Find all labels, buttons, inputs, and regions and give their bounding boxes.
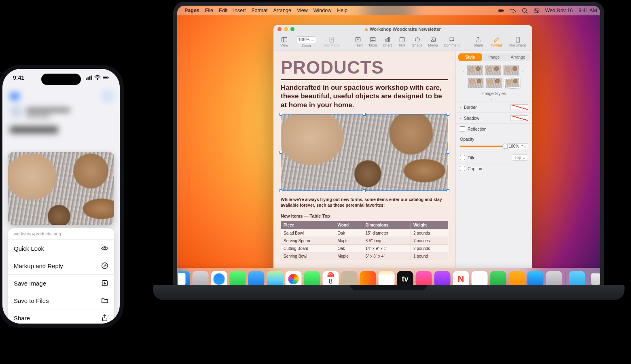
title-position-select[interactable]: Top ⌄ xyxy=(512,154,528,161)
toolbar-zoom-select[interactable]: 109% ⌄Zoom xyxy=(294,36,319,49)
menu-item-markup-reply[interactable]: Markup and Reply xyxy=(8,257,114,274)
markup-icon xyxy=(101,262,108,269)
image-style-thumb[interactable] xyxy=(467,65,483,76)
menu-view[interactable]: View xyxy=(297,8,308,13)
menu-help[interactable]: Help xyxy=(337,8,347,13)
window-zoom-button[interactable] xyxy=(290,27,294,31)
slider-knob[interactable] xyxy=(502,144,508,149)
resize-handle[interactable] xyxy=(363,113,366,116)
toolbar-add-page-button[interactable]: Add Page xyxy=(321,36,342,48)
menu-window[interactable]: Window xyxy=(313,8,331,13)
image-preview[interactable] xyxy=(8,152,114,225)
disclosure-icon[interactable]: ▸ xyxy=(460,116,462,120)
caption-checkbox[interactable] xyxy=(460,166,465,171)
resize-handle[interactable] xyxy=(447,189,449,192)
svg-rect-36 xyxy=(108,77,109,78)
menu-item-save-image[interactable]: Save Image xyxy=(8,274,114,292)
image-style-thumb[interactable] xyxy=(504,77,520,89)
toolbar-insert-button[interactable]: Insert xyxy=(351,36,365,48)
iphone-frame: 9:41 workshop-prod xyxy=(0,65,124,328)
dynamic-island xyxy=(41,74,81,85)
resize-handle[interactable] xyxy=(280,113,282,116)
opacity-label: Opacity xyxy=(460,137,528,142)
image-content-bowls xyxy=(281,114,448,190)
toolbar-comment-button[interactable]: Comment xyxy=(441,36,462,48)
inspector-segmented-control[interactable]: Style Image Arrange xyxy=(458,53,530,61)
svg-rect-29 xyxy=(86,78,87,80)
image-style-thumb[interactable] xyxy=(486,78,502,88)
table-header[interactable]: Wood xyxy=(335,221,363,229)
border-row[interactable]: ▸Border xyxy=(456,102,532,112)
resize-handle[interactable] xyxy=(280,189,282,192)
styles-prev-icon[interactable]: ‹ xyxy=(462,68,465,73)
svg-rect-24 xyxy=(388,37,389,42)
control-center-icon[interactable] xyxy=(534,8,540,14)
menu-item-quick-look[interactable]: Quick Look xyxy=(8,239,114,257)
selected-image[interactable] xyxy=(281,114,448,191)
toolbar-media-button[interactable]: Media xyxy=(426,36,441,48)
app-menu[interactable]: Pages xyxy=(184,8,199,13)
table-header[interactable]: Piece xyxy=(281,221,335,229)
menu-file[interactable]: File xyxy=(205,8,213,13)
reflection-checkbox[interactable] xyxy=(460,126,465,131)
toolbar-chart-button[interactable]: Chart xyxy=(381,36,394,48)
shadow-row[interactable]: ▸Shadow xyxy=(456,112,532,123)
document-subhead[interactable]: New Items — Table Top xyxy=(281,214,448,218)
menu-item-save-to-files[interactable]: Save to Files xyxy=(8,292,114,309)
table-row: Serving SpoonMaple8.5" long7 ounces xyxy=(281,237,448,245)
svg-line-5 xyxy=(526,12,527,13)
inspector-tab-image[interactable]: Image xyxy=(482,53,506,61)
menu-insert[interactable]: Insert xyxy=(233,8,246,13)
caption-row: Caption xyxy=(456,163,532,174)
window-minimize-button[interactable] xyxy=(284,27,288,31)
macbook-screen: Pages File Edit Insert Format Arrange Vi… xyxy=(173,2,604,297)
svg-rect-2 xyxy=(503,10,504,11)
document-canvas[interactable]: PRODUCTS Handcrafted in our spacious wor… xyxy=(273,51,455,274)
disclosure-icon[interactable]: ▸ xyxy=(460,106,462,109)
menu-arrange[interactable]: Arrange xyxy=(273,8,291,13)
wifi-icon[interactable] xyxy=(510,8,516,14)
image-style-thumb[interactable] xyxy=(503,65,519,76)
toolbar-document-button[interactable]: Document xyxy=(507,36,528,48)
toolbar-text-button[interactable]: TText xyxy=(395,36,409,48)
menubar-date[interactable]: Wed Nov 16 xyxy=(545,8,573,13)
border-none-swatch[interactable] xyxy=(510,104,528,110)
table-header[interactable]: Dimensions xyxy=(363,221,411,229)
document-lead[interactable]: Handcrafted in our spacious workshop wit… xyxy=(281,83,448,109)
opacity-value-field[interactable]: 100% ⌃⌄ xyxy=(507,143,528,149)
inspector-tab-style[interactable]: Style xyxy=(458,53,482,61)
toolbar-table-button[interactable]: Table xyxy=(366,36,380,48)
toolbar-format-button[interactable]: Format xyxy=(488,36,504,48)
image-style-thumb[interactable] xyxy=(485,65,501,76)
menubar-time[interactable]: 9:41 AM xyxy=(578,8,597,13)
document-heading[interactable]: PRODUCTS xyxy=(281,57,448,78)
image-style-thumb[interactable] xyxy=(468,78,484,88)
styles-next-icon[interactable]: › xyxy=(521,68,525,73)
toolbar-shape-button[interactable]: Shape xyxy=(410,36,425,48)
inspector-tab-arrange[interactable]: Arrange xyxy=(506,53,530,61)
styles-page-dots[interactable]: • · xyxy=(456,97,532,102)
svg-rect-30 xyxy=(87,77,89,80)
document-body-text[interactable]: While we're always trying out new forms,… xyxy=(281,197,448,208)
products-table[interactable]: Piece Wood Dimensions Weight Salad BowlO… xyxy=(281,221,448,260)
opacity-slider[interactable] xyxy=(460,146,505,147)
toolbar-share-button[interactable]: Share xyxy=(471,36,485,48)
shadow-none-swatch[interactable] xyxy=(510,115,528,121)
reflection-row: Reflection xyxy=(456,123,532,134)
menu-item-share[interactable]: Share xyxy=(8,309,114,324)
battery-icon[interactable] xyxy=(498,8,504,14)
resize-handle[interactable] xyxy=(363,189,366,192)
table-header[interactable]: Weight xyxy=(411,221,448,229)
menu-edit[interactable]: Edit xyxy=(219,8,228,13)
toolbar-view-button[interactable]: View xyxy=(277,36,291,48)
resize-handle[interactable] xyxy=(447,151,449,154)
resize-handle[interactable] xyxy=(447,113,449,116)
window-titlebar[interactable]: Workshop Woodcrafts Newsletter xyxy=(273,25,532,33)
window-close-button[interactable] xyxy=(277,27,282,31)
title-checkbox[interactable] xyxy=(460,155,465,160)
svg-rect-10 xyxy=(282,37,287,42)
spotlight-icon[interactable] xyxy=(522,8,528,14)
menu-format[interactable]: Format xyxy=(252,8,268,13)
svg-rect-23 xyxy=(387,38,387,42)
resize-handle[interactable] xyxy=(280,151,282,154)
